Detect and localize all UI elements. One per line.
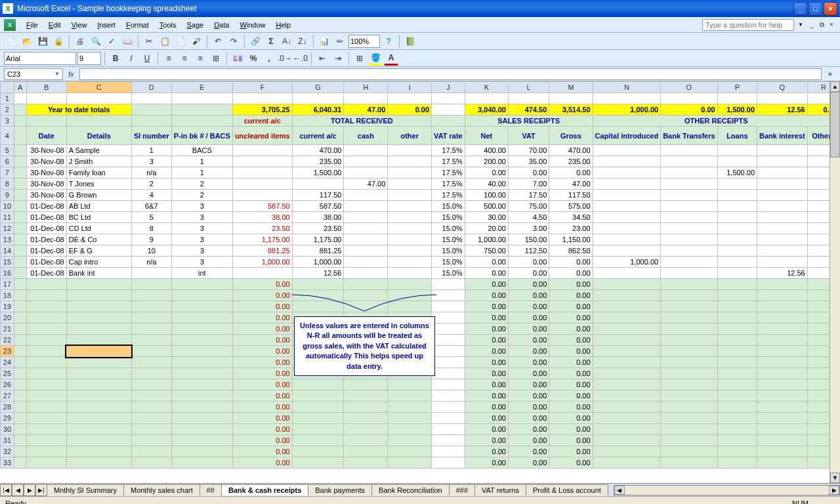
cell[interactable]: BC Ltd: [66, 212, 131, 223]
cell[interactable]: 3: [171, 212, 232, 223]
cell[interactable]: [344, 424, 388, 435]
cell[interactable]: [432, 413, 465, 424]
cell[interactable]: 0.00: [465, 368, 508, 379]
cell[interactable]: [232, 167, 292, 178]
row-header[interactable]: 16: [1, 268, 14, 279]
cell[interactable]: [388, 167, 432, 178]
cell[interactable]: [388, 457, 432, 469]
cell[interactable]: [717, 402, 757, 413]
cell[interactable]: [757, 279, 808, 290]
cell[interactable]: 0.00: [232, 446, 292, 457]
cell[interactable]: [66, 413, 131, 424]
cell[interactable]: 3.00: [508, 223, 549, 234]
cell[interactable]: [757, 424, 808, 435]
cell[interactable]: [14, 346, 26, 357]
cell[interactable]: 0.00: [465, 402, 508, 413]
cell[interactable]: [757, 357, 808, 368]
cell[interactable]: [388, 424, 432, 435]
row-header[interactable]: 8: [1, 178, 14, 190]
cell[interactable]: [432, 290, 465, 301]
row-header[interactable]: 33: [1, 457, 14, 469]
cell[interactable]: [14, 234, 26, 245]
cell[interactable]: [66, 368, 131, 379]
cell[interactable]: 0.00: [465, 335, 508, 346]
cell[interactable]: [344, 402, 388, 413]
spreadsheet-grid[interactable]: ABCDEFGHIJKLMNOPQR12Year to date totals3…: [0, 81, 840, 469]
cell[interactable]: 15.0%: [432, 234, 465, 245]
cell[interactable]: 0.00: [508, 324, 549, 335]
cell[interactable]: [717, 279, 757, 290]
cell[interactable]: [593, 446, 661, 457]
cell[interactable]: [26, 368, 66, 379]
cell[interactable]: 3: [131, 156, 171, 167]
column-header[interactable]: O: [661, 82, 717, 93]
cell[interactable]: [388, 390, 432, 402]
cell[interactable]: [593, 178, 661, 190]
tab-last-button[interactable]: ▶|: [35, 484, 47, 496]
autosum-button[interactable]: Σ: [264, 34, 278, 49]
print-preview-button[interactable]: 🔍: [89, 34, 103, 49]
cell[interactable]: [66, 290, 131, 301]
cell[interactable]: [388, 379, 432, 390]
cell[interactable]: [593, 223, 661, 234]
cell[interactable]: [757, 368, 808, 379]
cell[interactable]: [661, 268, 717, 279]
cell[interactable]: [14, 402, 26, 413]
cell[interactable]: 23.50: [232, 223, 292, 234]
cell[interactable]: [66, 357, 131, 368]
currency-button[interactable]: 💷: [230, 51, 245, 66]
cell[interactable]: [171, 390, 232, 402]
cell[interactable]: [661, 424, 717, 435]
cell[interactable]: [171, 116, 232, 127]
cell[interactable]: 881.25: [292, 245, 344, 257]
cell[interactable]: [66, 324, 131, 335]
cell[interactable]: 01-Dec-08: [26, 234, 66, 245]
cell[interactable]: cash: [344, 127, 388, 145]
cell[interactable]: 500.00: [465, 201, 508, 212]
cell[interactable]: [171, 324, 232, 335]
row-header[interactable]: 28: [1, 402, 14, 413]
cell[interactable]: [757, 145, 808, 156]
cell[interactable]: [26, 357, 66, 368]
cell[interactable]: [757, 312, 808, 324]
cell[interactable]: 0.00: [549, 279, 593, 290]
cell[interactable]: 1: [131, 145, 171, 156]
cell[interactable]: [757, 167, 808, 178]
cell[interactable]: DE & Co: [66, 234, 131, 245]
column-header[interactable]: Q: [757, 82, 808, 93]
cell[interactable]: [131, 424, 171, 435]
column-header[interactable]: J: [432, 82, 465, 93]
new-button[interactable]: 📄: [4, 34, 18, 49]
cell[interactable]: [131, 93, 171, 104]
print-button[interactable]: 🖨: [73, 34, 87, 49]
cell[interactable]: [292, 390, 344, 402]
sheet-tab[interactable]: Monthly sales chart: [123, 484, 200, 495]
cell[interactable]: 0.00: [465, 301, 508, 312]
cell[interactable]: [26, 379, 66, 390]
cell[interactable]: [661, 312, 717, 324]
cell[interactable]: 0.00: [549, 435, 593, 446]
cell[interactable]: 0.00: [549, 379, 593, 390]
cell[interactable]: 0.00: [232, 279, 292, 290]
cell[interactable]: 0.00: [232, 402, 292, 413]
cell[interactable]: [717, 335, 757, 346]
cell[interactable]: [661, 357, 717, 368]
cell[interactable]: [344, 435, 388, 446]
cell[interactable]: [593, 156, 661, 167]
cell[interactable]: [171, 457, 232, 469]
cell[interactable]: 70.00: [508, 145, 549, 156]
cell[interactable]: [26, 116, 66, 127]
cell[interactable]: 3,705.25: [232, 104, 292, 116]
cell[interactable]: 17.5%: [432, 156, 465, 167]
cell[interactable]: 01-Dec-08: [26, 223, 66, 234]
cell[interactable]: [432, 93, 465, 104]
cell[interactable]: [14, 368, 26, 379]
cell[interactable]: [593, 201, 661, 212]
menu-sage[interactable]: Sage: [181, 19, 209, 31]
cell[interactable]: [232, 190, 292, 201]
cell[interactable]: 474.50: [508, 104, 549, 116]
menu-format[interactable]: Format: [121, 19, 154, 31]
cell[interactable]: [432, 390, 465, 402]
cell[interactable]: 0.00: [508, 357, 549, 368]
cell[interactable]: [757, 379, 808, 390]
